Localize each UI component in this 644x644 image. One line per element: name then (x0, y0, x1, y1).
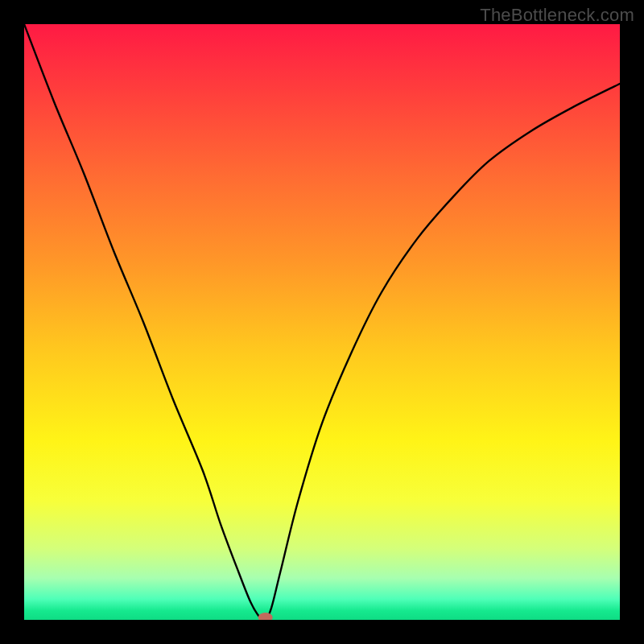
plot-area (24, 24, 620, 620)
watermark-text: TheBottleneck.com (480, 5, 634, 26)
chart-svg (24, 24, 620, 620)
gradient-background (24, 24, 620, 620)
chart-frame: TheBottleneck.com (0, 0, 644, 644)
